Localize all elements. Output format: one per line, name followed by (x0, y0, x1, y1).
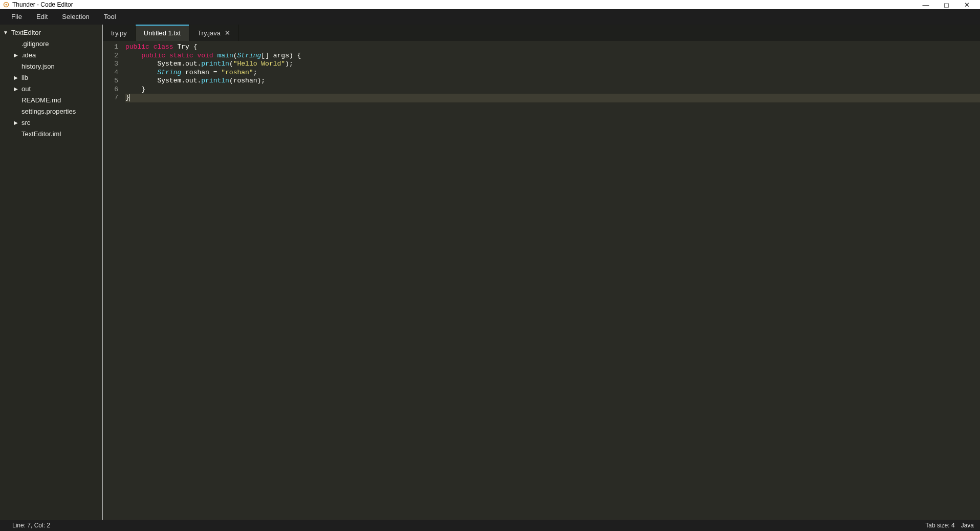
body-area: ▼ TextEditor ▶.gitignore▶.idea▶history.j… (0, 25, 980, 520)
menu-edit[interactable]: Edit (29, 9, 55, 25)
tree-item[interactable]: ▶settings.properties (0, 105, 102, 117)
status-tabsize[interactable]: Tab size: 4 (925, 522, 954, 529)
line-number: 3 (103, 60, 118, 69)
tree-item-label: settings.properties (21, 108, 76, 115)
close-window-button[interactable]: ✕ (956, 1, 977, 9)
tree-item[interactable]: ▶.gitignore (0, 38, 102, 49)
menu-selection[interactable]: Selection (55, 9, 96, 25)
tree-item[interactable]: ▶TextEditor.iml (0, 128, 102, 139)
line-number: 7 (103, 94, 118, 102)
maximize-button[interactable]: ◻ (936, 1, 956, 9)
tree-item[interactable]: ▶.idea (0, 49, 102, 60)
svg-point-1 (6, 4, 7, 6)
chevron-down-icon: ▼ (2, 29, 9, 36)
text-cursor (129, 94, 130, 101)
tree-item-label: .idea (21, 51, 36, 59)
tree-item-label: lib (21, 74, 28, 81)
editor-tab[interactable]: try.py (103, 25, 136, 41)
statusbar: Line: 7, Col: 2 Tab size: 4 Java (0, 520, 980, 531)
line-number: 2 (103, 52, 118, 60)
tree-item[interactable]: ▶history.json (0, 60, 102, 72)
tree-item-label: history.json (21, 62, 55, 70)
code-area[interactable]: public class Try { public static void ma… (121, 41, 980, 520)
line-number: 4 (103, 69, 118, 77)
code-editor[interactable]: 1234567 public class Try { public static… (103, 41, 980, 520)
close-icon[interactable]: ✕ (225, 29, 230, 37)
menu-tool[interactable]: Tool (97, 9, 123, 25)
chevron-right-icon: ▶ (12, 51, 19, 58)
line-gutter: 1234567 (103, 41, 121, 520)
tree-item[interactable]: ▶src (0, 117, 102, 128)
code-line[interactable]: } (125, 94, 980, 102)
editor-tab[interactable]: Untitled 1.txt (136, 25, 189, 41)
code-line[interactable]: public static void main(String[] args) { (125, 52, 980, 60)
tree-item-label: README.md (21, 96, 61, 104)
menu-file[interactable]: File (4, 9, 29, 25)
editor-tab-label: try.py (111, 29, 127, 37)
app-icon (3, 2, 9, 8)
line-number: 1 (103, 43, 118, 52)
code-line[interactable]: System.out.println("Hello World"); (125, 60, 980, 69)
chevron-right-icon: ▶ (12, 85, 19, 92)
tree-item-label: TextEditor.iml (21, 130, 61, 138)
tree-item-label: src (21, 119, 30, 126)
window-title: Thunder - Code Editor (12, 1, 73, 8)
tree-root[interactable]: ▼ TextEditor (0, 27, 102, 38)
chevron-right-icon: ▶ (12, 74, 19, 81)
menubar: File Edit Selection Tool (0, 9, 980, 25)
editor-tab-label: Untitled 1.txt (144, 29, 181, 37)
sidebar: ▼ TextEditor ▶.gitignore▶.idea▶history.j… (0, 25, 102, 520)
code-line[interactable]: System.out.println(roshan); (125, 77, 980, 86)
line-number: 5 (103, 77, 118, 86)
code-line[interactable]: String roshan = "roshan"; (125, 69, 980, 77)
status-position[interactable]: Line: 7, Col: 2 (12, 522, 50, 529)
code-line[interactable]: public class Try { (125, 43, 980, 52)
tree-root-label: TextEditor (11, 29, 41, 36)
tree-item-label: .gitignore (21, 40, 49, 48)
tree-item-label: out (21, 85, 31, 93)
tree-item[interactable]: ▶README.md (0, 94, 102, 105)
editor-tab[interactable]: Try.java✕ (189, 25, 239, 41)
chevron-right-icon: ▶ (12, 119, 19, 126)
app-window: Thunder - Code Editor — ◻ ✕ File Edit Se… (0, 0, 980, 531)
editor-main: try.pyUntitled 1.txtTry.java✕ 1234567 pu… (102, 25, 980, 520)
titlebar: Thunder - Code Editor — ◻ ✕ (0, 0, 980, 9)
editor-tab-label: Try.java (198, 29, 221, 37)
tree-item[interactable]: ▶lib (0, 72, 102, 83)
status-language[interactable]: Java (961, 522, 974, 529)
code-line[interactable]: } (125, 86, 980, 94)
tree-item[interactable]: ▶out (0, 83, 102, 94)
tab-bar: try.pyUntitled 1.txtTry.java✕ (103, 25, 980, 41)
line-number: 6 (103, 86, 118, 94)
minimize-button[interactable]: — (916, 1, 936, 9)
